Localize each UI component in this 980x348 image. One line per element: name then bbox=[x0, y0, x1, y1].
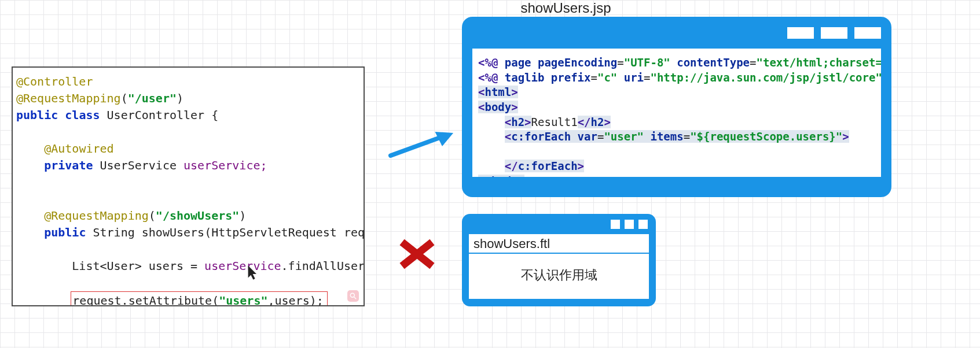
annotation-request-mapping-method: @RequestMapping bbox=[44, 209, 149, 223]
jsp-h2-text: Result1 bbox=[531, 116, 578, 128]
ftl-file-title: showUsers.ftl bbox=[469, 234, 649, 253]
window-button-max-icon bbox=[625, 220, 634, 229]
service-type: UserService bbox=[100, 158, 177, 172]
mouse-cursor-icon bbox=[236, 251, 247, 285]
svg-line-2 bbox=[391, 138, 441, 156]
arrow-icon bbox=[388, 130, 454, 159]
service-call-rest: .findAllUsers(); bbox=[281, 259, 365, 273]
window-button-close-icon bbox=[638, 220, 648, 229]
ftl-body-text: 不认识作用域 bbox=[469, 253, 649, 299]
ftl-window: showUsers.ftl 不认识作用域 bbox=[462, 214, 656, 306]
keyword-public: public bbox=[16, 108, 58, 122]
jsp-window-titlebar bbox=[462, 17, 891, 49]
java-code-box: @Controller @RequestMapping("/user") pub… bbox=[12, 66, 365, 306]
class-name: UserController { bbox=[107, 108, 219, 122]
jsp-window: <%@ page pageEncoding="UTF-8" contentTyp… bbox=[462, 17, 891, 197]
window-button-min-icon bbox=[611, 220, 620, 229]
jsp-file-title: showUsers.jsp bbox=[483, 0, 648, 16]
jsp-code-body: <%@ page pageEncoding="UTF-8" contentTyp… bbox=[472, 49, 881, 177]
path-method: "/showUsers" bbox=[156, 209, 240, 223]
service-field: userService; bbox=[183, 158, 267, 172]
list-declaration: List<User> users = bbox=[72, 259, 204, 273]
annotation-autowired: @Autowired bbox=[44, 142, 113, 156]
method-signature: showUsers(HttpServletRequest request) { bbox=[142, 225, 365, 239]
highlighted-setattribute-line: request.setAttribute("users",users); bbox=[71, 291, 328, 306]
annotation-request-mapping-class: @RequestMapping bbox=[16, 91, 121, 105]
keyword-private: private bbox=[44, 158, 93, 172]
x-mark-icon bbox=[398, 238, 436, 270]
magnifier-icon bbox=[347, 290, 359, 302]
setattr-suffix: ,users); bbox=[268, 294, 324, 306]
ftl-window-titlebar bbox=[462, 214, 656, 234]
return-type: String bbox=[93, 225, 134, 239]
window-button-close-icon bbox=[854, 27, 881, 39]
path-class: "/user" bbox=[128, 91, 177, 105]
jsp-window-buttons bbox=[787, 27, 881, 39]
window-button-min-icon bbox=[787, 27, 814, 39]
svg-line-1 bbox=[354, 297, 357, 299]
annotation-controller: @Controller bbox=[16, 75, 93, 88]
keyword-public-2: public bbox=[44, 225, 86, 239]
window-button-max-icon bbox=[821, 27, 847, 39]
setattr-key: "users" bbox=[219, 294, 267, 306]
setattr-prefix: request.setAttribute( bbox=[72, 294, 219, 306]
diagram-canvas: showUsers.jsp @Controller @RequestMappin… bbox=[0, 0, 980, 348]
keyword-class: class bbox=[65, 108, 100, 122]
svg-point-0 bbox=[350, 293, 354, 297]
ftl-window-buttons bbox=[611, 220, 648, 229]
